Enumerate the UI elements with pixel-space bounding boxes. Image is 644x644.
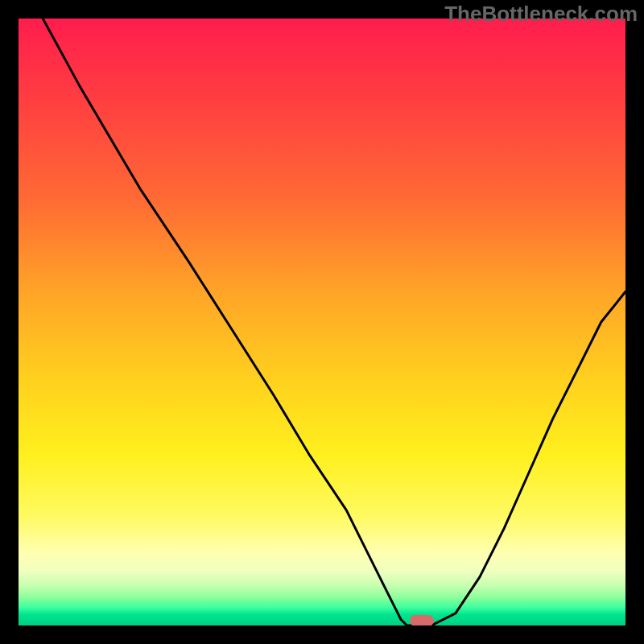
optimal-marker-icon (410, 615, 434, 625)
plot-area (19, 19, 625, 625)
watermark-text: TheBottleneck.com (444, 2, 638, 27)
chart-container: TheBottleneck.com (0, 0, 644, 644)
bottleneck-curve (19, 19, 625, 625)
